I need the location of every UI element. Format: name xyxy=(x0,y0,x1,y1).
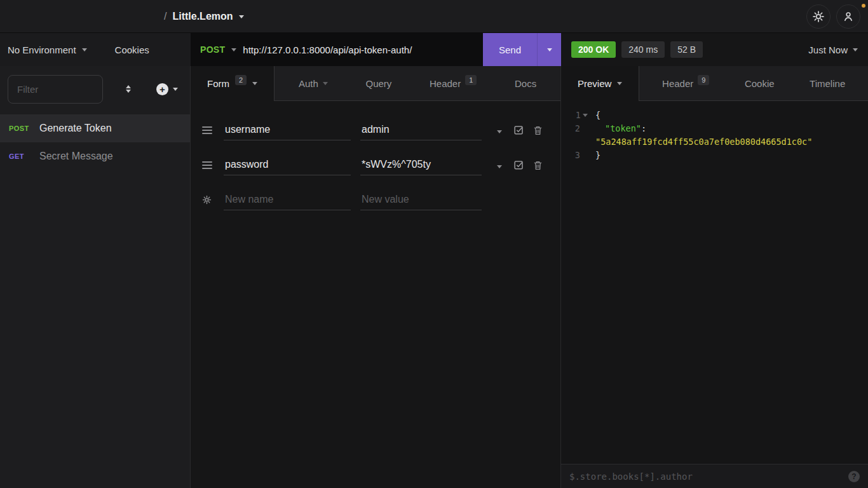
create-request-button[interactable]: + xyxy=(156,83,178,95)
response-header-count-badge: 9 xyxy=(698,75,709,85)
url-input[interactable] xyxy=(243,44,473,55)
row-settings-button[interactable] xyxy=(202,195,224,205)
method-dropdown-label[interactable]: POST xyxy=(200,44,225,55)
request-pane: Form 2 Auth Query Header 1 xyxy=(191,66,561,488)
tab-cookie-label: Cookie xyxy=(745,78,775,89)
sort-up-icon xyxy=(126,85,131,88)
request-item-secret-message[interactable]: GET Secret Message xyxy=(0,142,190,170)
checkbox-checked-icon xyxy=(513,159,525,171)
line-number: 2 xyxy=(575,122,580,135)
chevron-down-icon xyxy=(547,48,552,51)
tab-timeline-label: Timeline xyxy=(810,78,845,89)
header-count-badge: 1 xyxy=(465,75,477,85)
tab-form[interactable]: Form 2 xyxy=(191,66,274,101)
drag-handle-icon[interactable] xyxy=(202,165,224,166)
checkbox-checked-icon xyxy=(513,124,525,136)
response-tab-bar: Preview Header 9 Cookie Timeline xyxy=(561,66,868,101)
delete-row-button[interactable] xyxy=(532,125,543,136)
sort-down-icon xyxy=(126,90,131,93)
tab-header[interactable]: Header 1 xyxy=(430,78,477,89)
response-time-label: Just Now xyxy=(808,44,848,55)
json-string-value: "5a248aff19fcd4ff55c0a7ef0eb080d4665d1c0… xyxy=(595,135,860,149)
form-count-badge: 2 xyxy=(235,75,247,85)
cookies-button[interactable]: Cookies xyxy=(115,44,149,55)
send-button[interactable]: Send xyxy=(483,33,561,66)
sort-button[interactable] xyxy=(122,81,135,97)
request-name: Secret Message xyxy=(39,151,113,162)
response-size-badge: 52 B xyxy=(670,41,703,58)
request-method-badge: GET xyxy=(9,152,32,160)
tab-form-label: Form xyxy=(207,78,229,89)
tab-response-header[interactable]: Header 9 xyxy=(662,78,709,89)
param-enabled-checkbox[interactable] xyxy=(513,124,525,136)
form-row-new xyxy=(202,182,560,217)
line-number: 3 xyxy=(575,149,580,162)
form-row-password xyxy=(202,147,560,182)
param-name-input[interactable] xyxy=(224,154,351,175)
param-enabled-checkbox[interactable] xyxy=(513,159,525,171)
trash-icon xyxy=(532,125,543,136)
environment-dropdown[interactable]: No Environment xyxy=(8,44,87,55)
form-body xyxy=(191,101,560,217)
request-list: POST Generate Token GET Secret Message xyxy=(0,114,190,170)
top-bar: / Little.Lemon xyxy=(0,0,868,33)
code-text: { xyxy=(588,109,860,122)
tab-response-header-label: Header xyxy=(662,78,693,89)
value-options-caret[interactable] xyxy=(494,157,505,173)
chevron-down-icon xyxy=(853,48,858,51)
code-text: "token":"5a248aff19fcd4ff55c0a7ef0eb080d… xyxy=(588,122,860,149)
form-row-username xyxy=(202,112,560,147)
notification-dot xyxy=(862,4,865,8)
user-icon xyxy=(842,10,855,23)
chevron-down-icon xyxy=(617,82,622,85)
delete-row-button[interactable] xyxy=(532,159,543,171)
status-badge: 200 OK xyxy=(571,41,616,58)
tab-docs[interactable]: Docs xyxy=(515,78,536,89)
value-options-caret[interactable] xyxy=(494,122,505,139)
param-value-input[interactable] xyxy=(360,154,482,175)
param-value-input[interactable] xyxy=(360,119,482,140)
tab-header-label: Header xyxy=(430,78,461,89)
chevron-down-icon xyxy=(239,15,244,18)
workspace-dropdown[interactable]: / Little.Lemon xyxy=(164,0,244,33)
account-button[interactable] xyxy=(836,4,860,29)
request-name: Generate Token xyxy=(39,123,112,134)
tab-timeline[interactable]: Timeline xyxy=(810,78,845,89)
topbar-actions xyxy=(806,4,860,29)
tab-query-label: Query xyxy=(365,78,391,89)
chevron-down-icon xyxy=(173,88,178,91)
gear-icon xyxy=(812,10,825,23)
response-history-dropdown[interactable]: Just Now xyxy=(808,44,858,55)
tab-cookie[interactable]: Cookie xyxy=(745,78,775,89)
request-method-badge: POST xyxy=(9,125,32,132)
environment-section: No Environment Cookies xyxy=(0,33,191,66)
sidebar-header: + xyxy=(0,66,190,112)
response-filter-bar: ? xyxy=(561,464,868,488)
filter-help-button[interactable]: ? xyxy=(848,471,860,482)
param-name-input[interactable] xyxy=(224,119,351,140)
gear-icon xyxy=(202,195,212,205)
url-bar: POST xyxy=(191,33,483,66)
fold-caret-icon[interactable] xyxy=(583,114,588,117)
tab-auth[interactable]: Auth xyxy=(299,78,328,89)
environment-label: No Environment xyxy=(8,44,76,55)
tab-preview[interactable]: Preview xyxy=(561,66,639,101)
drag-handle-icon[interactable] xyxy=(202,130,224,131)
tab-query[interactable]: Query xyxy=(365,78,391,89)
new-param-name-input[interactable] xyxy=(224,189,351,210)
settings-button[interactable] xyxy=(806,4,831,29)
send-options-caret[interactable] xyxy=(537,33,561,66)
sidebar-filter-input[interactable] xyxy=(8,75,103,104)
question-icon: ? xyxy=(851,472,856,481)
chevron-down-icon[interactable] xyxy=(231,48,236,51)
json-colon: : xyxy=(641,123,646,133)
new-param-value-input[interactable] xyxy=(360,189,482,210)
send-label[interactable]: Send xyxy=(483,33,537,66)
main-area: + POST Generate Token GET Secret Message xyxy=(0,66,868,488)
response-time-badge: 240 ms xyxy=(621,41,665,58)
tab-preview-label: Preview xyxy=(578,78,611,89)
code-line: 1 { xyxy=(566,109,860,122)
request-item-generate-token[interactable]: POST Generate Token xyxy=(0,114,190,142)
jsonpath-filter-input[interactable] xyxy=(569,471,842,482)
response-tab-strip: Header 9 Cookie Timeline xyxy=(639,66,868,101)
